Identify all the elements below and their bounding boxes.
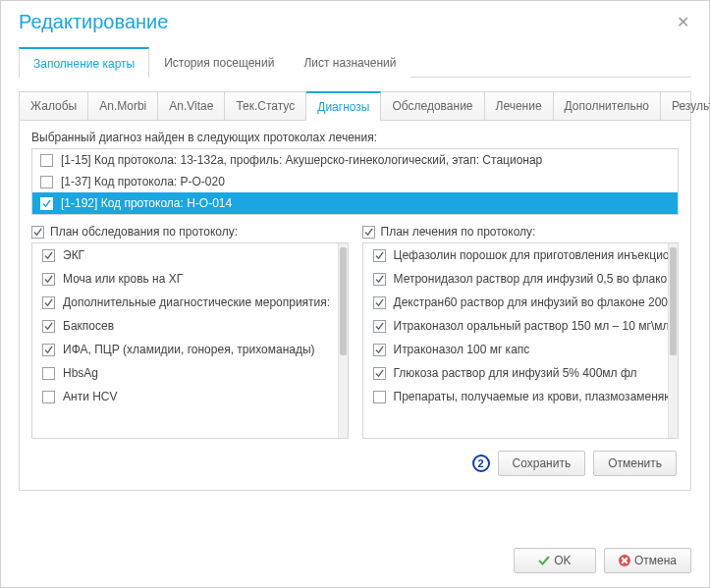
treat-plan-header-label: План лечения по протоколу: bbox=[381, 225, 536, 239]
protocol-checkbox[interactable] bbox=[40, 154, 53, 167]
close-icon[interactable]: ✕ bbox=[674, 14, 691, 31]
protocol-text: [1-192] Код протокола: H-O-014 bbox=[61, 196, 232, 210]
dialog-cancel-button[interactable]: Отмена bbox=[604, 548, 691, 573]
protocol-list: [1-15] Код протокола: 13-132а, профиль: … bbox=[31, 148, 679, 215]
treat-plan-column: План лечения по протоколу: Цефазолин пор… bbox=[362, 225, 680, 439]
list-item[interactable]: Метронидазол раствор для инфузий 0,5 во … bbox=[363, 267, 669, 291]
item-checkbox[interactable] bbox=[42, 296, 55, 309]
tab-complaints[interactable]: Жалобы bbox=[20, 92, 88, 120]
dialog-footer: OK Отмена bbox=[1, 538, 709, 587]
item-checkbox[interactable] bbox=[373, 320, 386, 333]
ok-button-label: OK bbox=[554, 554, 571, 567]
list-item[interactable]: Итраконазол 100 мг капс bbox=[363, 338, 669, 361]
item-checkbox[interactable] bbox=[373, 273, 386, 286]
ok-button[interactable]: OK bbox=[514, 548, 596, 573]
list-item[interactable]: ЭКГ bbox=[32, 243, 338, 267]
exam-plan-header[interactable]: План обследования по протоколу: bbox=[31, 225, 349, 239]
list-item[interactable]: Дополнительные диагностические мероприят… bbox=[32, 291, 338, 314]
list-item[interactable]: HbsAg bbox=[32, 361, 338, 385]
tab-result[interactable]: Результат bbox=[661, 92, 710, 120]
exam-plan-header-label: План обследования по протоколу: bbox=[50, 225, 238, 239]
check-icon bbox=[538, 555, 550, 566]
item-checkbox[interactable] bbox=[42, 391, 55, 403]
item-checkbox[interactable] bbox=[42, 320, 55, 333]
item-label: Декстран60 раствор для инфузий во флакон… bbox=[394, 295, 669, 309]
list-item[interactable]: Глюкоза раствор для инфузий 5% 400мл фл bbox=[363, 361, 669, 385]
scrollbar[interactable] bbox=[338, 243, 348, 438]
item-label: Бакпосев bbox=[63, 319, 114, 333]
protocols-heading: Выбранный диагноз найден в следующих про… bbox=[31, 131, 679, 144]
exam-plan-header-checkbox[interactable] bbox=[31, 226, 44, 239]
save-button[interactable]: Сохранить bbox=[498, 451, 586, 476]
item-checkbox[interactable] bbox=[42, 249, 55, 262]
treat-plan-header-checkbox[interactable] bbox=[362, 226, 375, 239]
list-item[interactable]: Декстран60 раствор для инфузий во флакон… bbox=[363, 291, 669, 314]
inner-footer: 2 Сохранить Отменить bbox=[29, 439, 681, 478]
item-label: Итраконазол оральный раствор 150 мл – 10… bbox=[394, 319, 669, 333]
item-label: HbsAg bbox=[63, 366, 98, 380]
dialog-header: Редактирование ✕ bbox=[1, 1, 709, 47]
list-item[interactable]: ИФА, ПЦР (хламидии, гонорея, трихоманады… bbox=[32, 338, 338, 361]
protocol-row[interactable]: [1-37] Код протокола: P-O-020 bbox=[32, 171, 678, 192]
tab-an-vitae[interactable]: An.Vitae bbox=[158, 92, 225, 120]
tab-fill-card[interactable]: Заполнение карты bbox=[19, 47, 149, 78]
item-label: Дополнительные диагностические мероприят… bbox=[63, 295, 330, 309]
tab-current-status[interactable]: Тек.Статус bbox=[225, 92, 306, 120]
item-label: Моча или кровь на ХГ bbox=[63, 272, 183, 286]
tab-visit-history[interactable]: История посещений bbox=[149, 47, 289, 78]
dialog-title: Редактирование bbox=[19, 11, 168, 33]
item-checkbox[interactable] bbox=[373, 249, 386, 262]
protocol-checkbox[interactable] bbox=[40, 176, 53, 188]
item-checkbox[interactable] bbox=[373, 296, 386, 309]
treat-plan-header[interactable]: План лечения по протоколу: bbox=[362, 225, 680, 239]
list-item[interactable]: Препараты, получаемые из крови, плазмоза… bbox=[363, 385, 669, 408]
item-checkbox[interactable] bbox=[373, 344, 386, 356]
list-item[interactable]: Итраконазол оральный раствор 150 мл – 10… bbox=[363, 314, 669, 338]
tab-treatment[interactable]: Лечение bbox=[485, 92, 554, 120]
tab-prescription-sheet[interactable]: Лист назначений bbox=[289, 47, 410, 78]
list-item[interactable]: Анти HCV bbox=[32, 385, 338, 408]
protocol-row[interactable]: [1-15] Код протокола: 13-132а, профиль: … bbox=[32, 149, 678, 171]
list-item[interactable]: Моча или кровь на ХГ bbox=[32, 267, 338, 291]
cancel-icon bbox=[619, 555, 630, 566]
tab-an-morbi[interactable]: An.Morbi bbox=[88, 92, 158, 120]
protocol-row[interactable]: 1 [1-192] Код протокола: H-O-014 bbox=[32, 192, 678, 214]
exam-plan-column: План обследования по протоколу: ЭКГ Моча… bbox=[31, 225, 349, 439]
outer-tabs: Заполнение карты История посещений Лист … bbox=[19, 47, 691, 78]
inner-cancel-button[interactable]: Отменить bbox=[593, 451, 677, 476]
protocol-checkbox[interactable] bbox=[40, 197, 53, 210]
scrollbar-thumb[interactable] bbox=[340, 247, 347, 355]
item-checkbox[interactable] bbox=[42, 273, 55, 286]
item-label: ЭКГ bbox=[63, 248, 84, 262]
scrollbar-thumb[interactable] bbox=[670, 247, 677, 355]
edit-dialog: Редактирование ✕ Заполнение карты Истори… bbox=[0, 0, 710, 588]
item-label: Метронидазол раствор для инфузий 0,5 во … bbox=[394, 272, 669, 286]
item-checkbox[interactable] bbox=[373, 367, 386, 380]
exam-plan-list: ЭКГ Моча или кровь на ХГ Дополнительные … bbox=[31, 242, 349, 439]
annotation-badge-2: 2 bbox=[472, 454, 490, 472]
item-label: Цефазолин порошок для приготовления инъе… bbox=[394, 248, 669, 262]
body-area: Жалобы An.Morbi An.Vitae Тек.Статус Диаг… bbox=[1, 78, 709, 491]
tab-diagnoses[interactable]: Диагнозы bbox=[306, 91, 381, 121]
item-label: Анти HCV bbox=[63, 390, 118, 403]
item-label: ИФА, ПЦР (хламидии, гонорея, трихоманады… bbox=[63, 343, 315, 356]
item-label: Препараты, получаемые из крови, плазмоза… bbox=[394, 390, 669, 403]
protocol-text: [1-15] Код протокола: 13-132а, профиль: … bbox=[61, 153, 542, 167]
list-item[interactable]: Цефазолин порошок для приготовления инъе… bbox=[363, 243, 669, 267]
item-checkbox[interactable] bbox=[42, 367, 55, 380]
plan-columns: План обследования по протоколу: ЭКГ Моча… bbox=[31, 225, 679, 439]
inner-tabs: Жалобы An.Morbi An.Vitae Тек.Статус Диаг… bbox=[20, 92, 690, 121]
item-checkbox[interactable] bbox=[42, 344, 55, 356]
inner-panel: Жалобы An.Morbi An.Vitae Тек.Статус Диаг… bbox=[19, 91, 691, 491]
tab-additional[interactable]: Дополнительно bbox=[554, 92, 661, 120]
protocol-text: [1-37] Код протокола: P-O-020 bbox=[61, 175, 225, 188]
cancel-button-label: Отмена bbox=[634, 554, 677, 567]
item-checkbox[interactable] bbox=[373, 391, 386, 403]
list-item[interactable]: Бакпосев bbox=[32, 314, 338, 338]
treat-plan-list: Цефазолин порошок для приготовления инъе… bbox=[362, 242, 680, 439]
tab-examination[interactable]: Обследование bbox=[381, 92, 484, 120]
inner-content: Выбранный диагноз найден в следующих про… bbox=[20, 121, 690, 490]
scrollbar[interactable] bbox=[668, 243, 678, 438]
item-label: Глюкоза раствор для инфузий 5% 400мл фл bbox=[394, 366, 637, 380]
item-label: Итраконазол 100 мг капс bbox=[394, 343, 530, 356]
